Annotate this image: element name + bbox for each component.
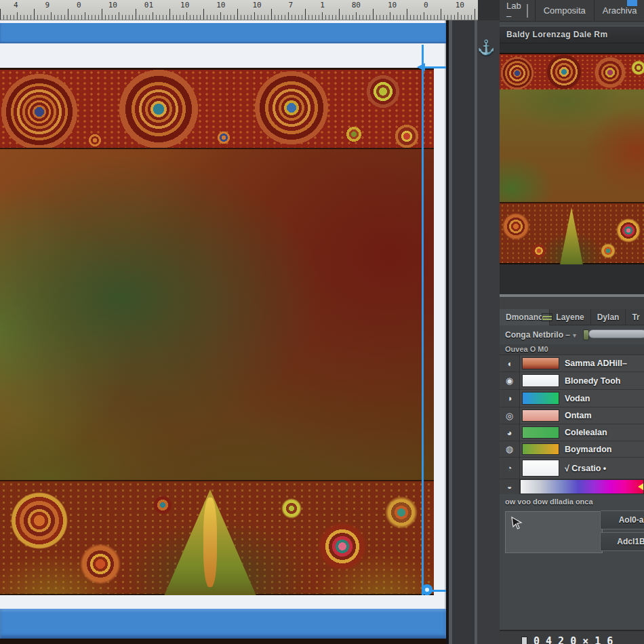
horizontal-ruler[interactable]: 4901001101010718010010	[0, 0, 478, 20]
panel-tab[interactable]: Tr	[626, 309, 644, 325]
layer-visibility-eye-icon[interactable]: ◉	[500, 372, 520, 389]
panel-tab[interactable]: Layene	[550, 309, 590, 325]
ruler-number: 10	[388, 1, 397, 9]
workspace-gutter	[446, 20, 500, 644]
layers-list: ◖ Samma ADHill– ◉ Blonedy Tooh ◑ Vodan	[500, 355, 644, 479]
preview-ornate-band-top	[500, 53, 644, 89]
layer-thumbnail[interactable]	[522, 443, 559, 456]
layer-row[interactable]: ◖ Samma ADHill–	[500, 355, 644, 372]
ruler-number: 10	[216, 1, 225, 9]
layer-name[interactable]: Boymardon	[565, 445, 611, 454]
preview-pyramid-motif	[551, 207, 592, 264]
status-bar: 0 4 2 0 × 1 6	[500, 631, 644, 644]
layer-thumbnail[interactable]	[522, 460, 559, 476]
add-button[interactable]: Aol0-a	[600, 510, 644, 529]
photo-editor-window: 4901001101010718010010 ⚓ Lab – Composita…	[0, 0, 644, 644]
ruler-numbers: 4901001101010718010010	[0, 1, 478, 9]
navigator-preview[interactable]	[500, 43, 644, 294]
layer-thumbnail[interactable]	[522, 357, 559, 370]
layer-visibility-eye-icon[interactable]: ◎	[500, 407, 520, 424]
document-title-bar: Baldy Lorenzag Dale Rm	[500, 26, 644, 43]
blend-mode-row: Conga Netbrilo – ▾	[500, 325, 644, 344]
opacity-slider[interactable]	[588, 329, 644, 338]
layer-name[interactable]: Ontam	[565, 411, 592, 420]
ruler-number: 10	[108, 1, 117, 9]
right-panel: Lab – Composita Arachiva Baldy Lorenzag …	[500, 0, 644, 644]
layers-panel-tabbar: DmonanoLayeneDylanTr	[500, 309, 644, 325]
artwork-ornate-band-bottom	[0, 480, 434, 595]
color-spectrum-bar[interactable]	[520, 479, 644, 494]
layer-row[interactable]: ◕ Colelealan	[500, 424, 644, 441]
ruler-number: 9	[45, 1, 50, 9]
layer-visibility-eye-icon[interactable]: ◕	[500, 424, 520, 441]
spectrum-marker-icon[interactable]	[638, 483, 643, 490]
layer-row[interactable]: ◍ Boymardon	[500, 441, 644, 458]
artwork-blue-strip-bottom	[0, 609, 446, 639]
layer-row[interactable]: ◉ Blonedy Tooh	[500, 372, 644, 390]
layer-visibility-eye-icon[interactable]: ◔	[500, 458, 520, 479]
layer-thumbnail[interactable]	[522, 426, 559, 439]
ruler-number: 7	[289, 1, 294, 9]
layer-row[interactable]: ◑ Vodan	[500, 390, 644, 407]
ruler-number: 4	[14, 1, 18, 9]
top-guide-arrow-icon[interactable]	[417, 63, 425, 71]
panel-spacer	[500, 297, 644, 309]
layer-visibility-eye-icon[interactable]: ◍	[500, 441, 520, 457]
picker-box[interactable]	[505, 511, 603, 553]
swatch-icon[interactable]	[527, 4, 528, 18]
status-dimensions: 0 4 2 0 × 1 6	[534, 635, 613, 644]
ruler-number: 0	[77, 1, 81, 9]
layer-thumbnail[interactable]	[522, 392, 559, 405]
status-doc-icon	[521, 637, 527, 644]
layer-name[interactable]: Samma ADHill–	[565, 359, 627, 368]
artwork-blue-strip-top	[0, 23, 446, 43]
panel-tab[interactable]: Dylan	[591, 309, 626, 325]
ruler-number: 10	[252, 1, 261, 9]
tab-composita[interactable]: Composita	[535, 0, 594, 22]
ruler-number: 10	[456, 1, 464, 9]
layer-name[interactable]: √ Crsatio •	[565, 464, 606, 473]
panel-top-tabbar: Lab – Composita Arachiva	[500, 0, 644, 22]
layer-name[interactable]: Blonedy Tooh	[565, 376, 620, 386]
page-margin	[434, 43, 445, 639]
artwork-blurred-middle	[0, 149, 434, 480]
ruler-number: 10	[180, 1, 189, 9]
document-canvas[interactable]	[0, 20, 446, 644]
layer-name[interactable]: Colelealan	[565, 428, 607, 437]
artwork-pyramid-motif	[122, 489, 298, 595]
ruler-number: 80	[352, 1, 361, 9]
vertical-guide-line[interactable]	[422, 45, 424, 595]
adjust-button[interactable]: Adcl1B	[600, 532, 644, 551]
preview-ornate-band-bottom	[500, 202, 644, 264]
ruler-number: 1	[320, 1, 325, 9]
spectrum-eye-icon[interactable]: ◒	[500, 479, 520, 494]
layer-visibility-eye-icon[interactable]: ◖	[500, 355, 520, 371]
gutter-top	[478, 0, 500, 20]
bottom-guide-anchor[interactable]	[422, 584, 432, 595]
chevron-down-icon[interactable]: ▾	[570, 331, 579, 339]
page-edge-shadow	[0, 639, 446, 644]
layer-thumbnail[interactable]	[522, 374, 559, 388]
layer-thumbnail[interactable]	[522, 409, 559, 422]
active-tab-indicator	[627, 0, 637, 6]
spectrum-row: ◒	[500, 479, 644, 494]
layers-section-label: Ouvea O M0	[500, 344, 644, 355]
layer-row[interactable]: ◎ Ontam	[500, 407, 644, 424]
picker-caption: ow voo dow dlladia onca	[505, 498, 593, 506]
layer-visibility-eye-icon[interactable]: ◑	[500, 390, 520, 407]
artwork-pyramid-core	[203, 498, 218, 586]
blend-mode-select[interactable]: Conga Netbrilo –	[500, 330, 570, 340]
ruler-number: 0	[424, 1, 428, 9]
equals-icon[interactable]	[542, 313, 552, 321]
artwork-ornate-band-top	[0, 68, 434, 149]
ruler-number: 01	[144, 1, 153, 9]
layer-row[interactable]: ◔ √ Crsatio •	[500, 458, 644, 479]
cursor-arrow-icon	[510, 515, 526, 531]
lab-mode-label[interactable]: Lab –	[500, 1, 527, 21]
anchor-tool-icon[interactable]: ⚓	[477, 37, 496, 58]
preview-blurred-middle	[500, 89, 644, 202]
layer-name[interactable]: Vodan	[565, 394, 590, 403]
